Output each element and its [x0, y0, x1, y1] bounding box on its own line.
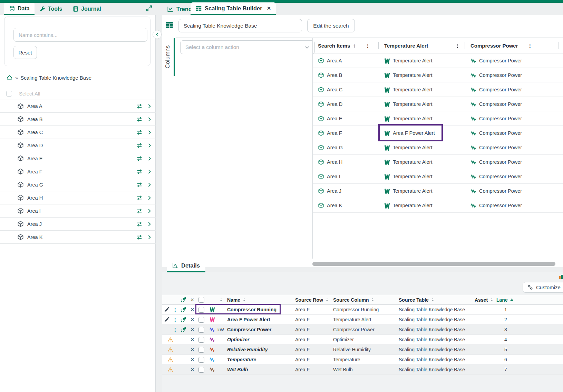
details-header-source-row[interactable]: Source Row	[295, 295, 329, 304]
source-table-link[interactable]: Scaling Table Knowledge Base	[399, 347, 465, 352]
asset-swap-icon[interactable]	[136, 116, 143, 122]
table-row[interactable]: Area K Temperature Alert Compressor Powe…	[313, 198, 563, 213]
tab-details[interactable]: Details	[167, 260, 205, 272]
details-row-compressor-running[interactable]: ⋮ × Compressor Running Area F Compressor…	[162, 305, 563, 315]
remove-icon[interactable]: ×	[191, 336, 194, 343]
asset-swap-icon[interactable]	[181, 327, 186, 333]
table-row[interactable]: Area J Temperature Alert Compressor Powe…	[313, 184, 563, 198]
column-header-compressor-power[interactable]: Compressor Power	[470, 38, 518, 53]
table-row[interactable]: Area G Temperature Alert Compressor Powe…	[313, 140, 563, 155]
row-menu-icon[interactable]: ⋮	[173, 317, 178, 322]
table-row[interactable]: Area H Temperature Alert Compressor Powe…	[313, 155, 563, 169]
chevron-right-icon[interactable]	[147, 195, 152, 201]
table-row-area-f[interactable]: Area F Area F Power Alert Compressor Pow…	[313, 126, 563, 140]
asset-swap-icon[interactable]	[181, 307, 186, 313]
table-row[interactable]: Area D Temperature Alert Compressor Powe…	[313, 97, 563, 111]
remove-icon[interactable]: ×	[191, 366, 194, 373]
details-header-asset[interactable]: Asset	[475, 295, 494, 304]
edit-search-button[interactable]: Edit the search	[307, 19, 355, 32]
chevron-right-icon[interactable]	[147, 156, 152, 161]
details-header-name[interactable]: Name	[227, 295, 246, 304]
name-contains-input[interactable]	[13, 28, 147, 42]
table-search-input[interactable]	[178, 19, 302, 32]
source-table-link[interactable]: Scaling Table Knowledge Base	[399, 367, 465, 372]
source-row-link[interactable]: Area F	[295, 367, 310, 372]
remove-icon[interactable]: ×	[191, 306, 194, 313]
chevron-right-icon[interactable]	[147, 221, 152, 227]
row-checkbox[interactable]	[198, 327, 204, 333]
edit-icon[interactable]	[164, 307, 169, 312]
table-row[interactable]: Area B Temperature Alert Compressor Powe…	[313, 68, 563, 82]
row-checkbox[interactable]	[198, 347, 204, 353]
columns-section-tab[interactable]: Columns	[162, 38, 175, 76]
chevron-right-icon[interactable]	[147, 169, 152, 174]
asset-swap-icon[interactable]	[136, 142, 143, 149]
tab-journal[interactable]: Journal	[68, 3, 106, 15]
source-row-link[interactable]: Area F	[295, 307, 310, 312]
asset-swap-icon[interactable]	[136, 195, 143, 201]
table-row[interactable]: Area C Temperature Alert Compressor Powe…	[313, 82, 563, 97]
asset-swap-icon[interactable]	[136, 208, 143, 214]
chevron-right-icon[interactable]	[147, 234, 152, 240]
list-item-area-d[interactable]: Area D	[0, 139, 156, 152]
list-item-area-g[interactable]: Area G	[0, 178, 156, 191]
collapse-sidebar-handle[interactable]	[153, 30, 162, 39]
chevron-right-icon[interactable]	[147, 182, 152, 188]
reset-button[interactable]: Reset	[13, 46, 37, 59]
chevron-right-icon[interactable]	[147, 143, 152, 148]
source-table-link[interactable]: Scaling Table Knowledge Base	[399, 337, 465, 342]
details-header-lane[interactable]: Lane	[496, 295, 514, 304]
asset-swap-icon[interactable]	[181, 317, 186, 323]
asset-swap-all-icon[interactable]	[181, 297, 186, 303]
chevron-right-icon[interactable]	[147, 117, 152, 122]
chevron-right-icon[interactable]	[147, 130, 152, 135]
list-item-area-b[interactable]: Area B	[0, 113, 156, 126]
source-table-link[interactable]: Scaling Table Knowledge Base	[399, 317, 465, 322]
customize-button[interactable]: Customize	[523, 282, 563, 293]
details-header-source-table[interactable]: Source Table	[399, 295, 435, 304]
details-row-compressor-power[interactable]: ⋮ × kW Compressor Power Area F Compresso…	[162, 325, 563, 335]
column-header-temperature-alert[interactable]: Temperature Alert	[384, 38, 428, 53]
remove-icon[interactable]: ×	[191, 316, 194, 323]
source-table-link[interactable]: Scaling Table Knowledge Base	[399, 327, 465, 332]
row-checkbox[interactable]	[198, 307, 204, 313]
list-item-area-k[interactable]: Area K	[0, 231, 156, 244]
list-item-area-a[interactable]: Area A	[0, 100, 156, 113]
row-checkbox[interactable]	[198, 367, 204, 373]
source-row-link[interactable]: Area F	[295, 337, 310, 342]
row-checkbox[interactable]	[198, 317, 204, 323]
source-row-link[interactable]: Area F	[295, 357, 310, 362]
row-menu-icon[interactable]: ⋮	[173, 327, 178, 332]
details-row-temperature[interactable]: × Temperature Area F Temperature Scaling…	[162, 355, 563, 365]
remove-icon[interactable]: ×	[191, 346, 194, 353]
asset-swap-icon[interactable]	[136, 221, 143, 227]
column-menu-icon[interactable]: ⋮	[455, 38, 460, 53]
asset-swap-icon[interactable]	[136, 182, 143, 188]
asset-swap-icon[interactable]	[136, 129, 143, 135]
chevron-right-icon[interactable]	[147, 103, 152, 109]
source-row-link[interactable]: Area F	[295, 327, 310, 332]
source-row-link[interactable]: Area F	[295, 347, 310, 352]
remove-icon[interactable]: ×	[191, 326, 194, 333]
list-item-area-f[interactable]: Area F	[0, 165, 156, 178]
list-item-area-e[interactable]: Area E	[0, 152, 156, 165]
horizontal-scrollbar[interactable]	[312, 262, 555, 266]
details-header-source-column[interactable]: Source Column	[333, 295, 375, 304]
column-header-search-items[interactable]: Search Items ↑	[318, 38, 356, 53]
row-menu-icon[interactable]: ⋮	[173, 307, 178, 312]
list-item-area-j[interactable]: Area J	[0, 218, 156, 231]
details-row-wet-bulb[interactable]: × Wet Bulb Area F Wet Bulb Scaling Table…	[162, 365, 563, 375]
asset-swap-icon[interactable]	[136, 155, 143, 162]
table-row[interactable]: Area A Temperature Alert Compressor Powe…	[313, 53, 563, 68]
row-checkbox[interactable]	[198, 357, 204, 363]
home-icon[interactable]	[6, 74, 13, 81]
tab-data[interactable]: Data	[4, 3, 35, 15]
column-menu-icon[interactable]: ⋮	[365, 38, 370, 53]
tab-tools[interactable]: Tools	[35, 3, 67, 15]
column-action-select[interactable]: Select a column action	[180, 40, 315, 54]
select-all-rows-checkbox[interactable]	[198, 297, 204, 303]
details-row-relative-humidity[interactable]: × Relative Humidity Area F Relative Humi…	[162, 345, 563, 355]
remove-all-icon[interactable]: ×	[191, 297, 194, 303]
list-item-area-c[interactable]: Area C	[0, 126, 156, 139]
details-row-area-f-power-alert[interactable]: ⋮ × Area F Power Alert Area F Temperatur…	[162, 315, 563, 325]
